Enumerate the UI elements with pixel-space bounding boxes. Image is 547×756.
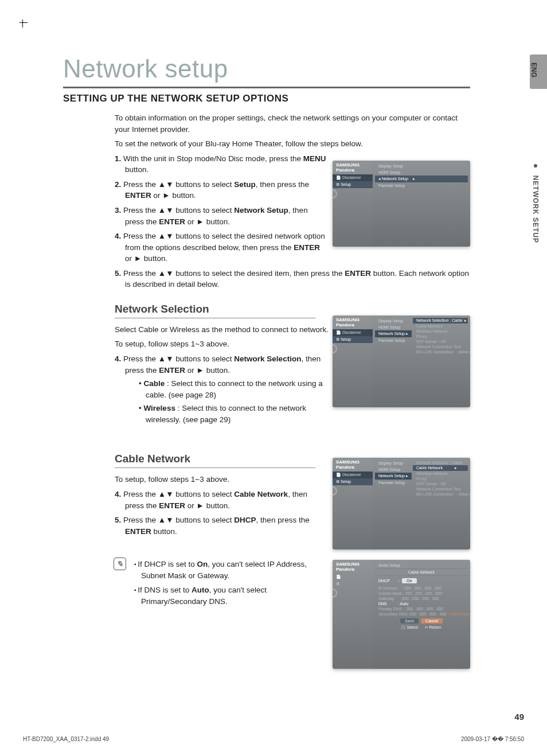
netsel-option-wireless: Wireless : Select this to connect to the…	[139, 403, 327, 425]
subheading-network-selection: Network Selection	[115, 303, 476, 315]
step-4: 4. Press the ▲▼ buttons to select the de…	[115, 231, 327, 264]
cablenet-steps: 4. Press the ▲▼ buttons to select Cable …	[115, 489, 327, 537]
netsel-step-4: 4. Press the ▲▼ buttons to select Networ…	[115, 353, 327, 425]
step-5: 5. Press the ▲▼ buttons to select the de…	[115, 268, 470, 290]
intro-text-1: To obtain information on the proper sett…	[115, 112, 470, 135]
page-title: Network setup	[63, 54, 476, 83]
footer-file: HT-BD7200_XAA_0317-2.indd 49	[23, 736, 109, 742]
netsel-steps: 4. Press the ▲▼ buttons to select Networ…	[115, 353, 327, 425]
screenshot-dhcp-settings: SAMSUNG Pandora 📄 ⚙ Audio Setup Cable Ne…	[333, 560, 470, 669]
screenshot-setup-menu: SAMSUNG Pandora 📄 Disclaimer ⚙ Setup Dis…	[333, 161, 470, 247]
page-number: 49	[514, 712, 524, 722]
footer-timestamp: 2009-03-17 �� 7:56:50	[461, 736, 524, 742]
note-icon: ✎	[114, 558, 126, 570]
note-block: ✎ If DHCP is set to On, you can't select…	[115, 559, 333, 607]
note-2: If DNS is set to Auto, you can't select …	[134, 584, 333, 607]
netsel-desc: Select Cable or Wireless as the method t…	[115, 324, 333, 336]
language-tab: ENG	[530, 54, 547, 89]
language-tab-label: ENG	[530, 54, 538, 77]
section-heading: SETTING UP THE NETWORK SETUP OPTIONS	[63, 93, 476, 104]
step-3: 3. Press the ▲▼ buttons to select Networ…	[115, 205, 327, 227]
footer: HT-BD7200_XAA_0317-2.indd 49 2009-03-17 …	[23, 736, 524, 742]
intro-text-2: To set the network of your Blu-ray Home …	[115, 138, 470, 150]
screenshot-cable-network: SAMSUNG Pandora 📄 Disclaimer ⚙ Setup Dis…	[333, 458, 470, 550]
cablenet-step-5: 5. Press the ▲▼ buttons to select DHCP, …	[115, 515, 327, 537]
screenshot-network-selection: SAMSUNG Pandora 📄 Disclaimer ⚙ Setup Dis…	[333, 315, 470, 407]
side-section-label: ● NETWORK SETUP	[531, 161, 540, 243]
step-2: 2. Press the ▲▼ buttons to select Setup,…	[115, 179, 327, 201]
step-1: 1. With the unit in Stop mode/No Disc mo…	[115, 153, 327, 176]
setup-steps: 1. With the unit in Stop mode/No Disc mo…	[115, 153, 327, 264]
cablenet-step-4: 4. Press the ▲▼ buttons to select Cable …	[115, 489, 327, 511]
setup-steps-cont: 5. Press the ▲▼ buttons to select the de…	[115, 268, 470, 290]
netsel-setup-ref: To setup, follow steps 1~3 above.	[115, 338, 333, 350]
netsel-option-cable: Cable : Select this to connect to the ne…	[139, 378, 327, 400]
note-1: If DHCP is set to On, you can't select I…	[134, 559, 333, 581]
cablenet-setup-ref: To setup, follow steps 1~3 above.	[115, 474, 333, 485]
